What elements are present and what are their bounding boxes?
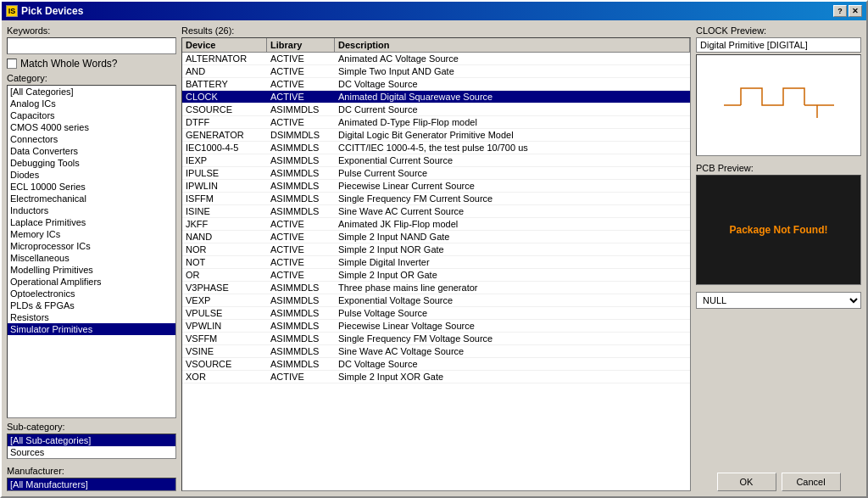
td-library: ACTIVE [267, 231, 335, 243]
subcategory-list-item[interactable]: Sources [8, 446, 175, 458]
td-device: XOR [182, 371, 267, 383]
match-whole-words-row: Match Whole Words? [7, 58, 176, 70]
table-row[interactable]: DTFFACTIVEAnimated D-Type Flip-Flop mode… [182, 116, 690, 129]
keywords-input[interactable] [7, 37, 176, 54]
td-device: NAND [182, 231, 267, 243]
table-row[interactable]: VSFFMASIMMDLSSingle Frequency FM Voltage… [182, 333, 690, 345]
table-row[interactable]: ALTERNATORACTIVEAnimated AC Voltage Sour… [182, 53, 690, 65]
td-device: VPWLIN [182, 320, 267, 332]
null-dropdown[interactable]: NULL [696, 292, 861, 309]
category-list-item[interactable]: Analog ICs [8, 98, 175, 109]
table-row[interactable]: VSOURCEASIMMDLSDC Voltage Source [182, 358, 690, 371]
td-description: Simple Digital Inverter [335, 256, 690, 268]
title-bar: IS Pick Devices ? ✕ [2, 2, 866, 20]
table-row[interactable]: IEXPASIMMDLSExponential Current Source [182, 154, 690, 167]
category-list-item[interactable]: ECL 10000 Series [8, 181, 175, 193]
table-row[interactable]: VPWLINASIMMDLSPiecewise Linear Voltage S… [182, 320, 690, 333]
right-panel: CLOCK Preview: Digital Primitive [DIGITA… [696, 25, 861, 491]
table-row[interactable]: IPULSEASIMMDLSPulse Current Source [182, 167, 690, 180]
td-device: BATTERY [182, 78, 267, 90]
td-library: ASIMMDLS [267, 282, 335, 294]
col-description[interactable]: Description [335, 38, 690, 52]
category-list-item[interactable]: Debugging Tools [8, 157, 175, 169]
close-button[interactable]: ✕ [849, 5, 862, 17]
table-row[interactable]: BATTERYACTIVEDC Voltage Source [182, 78, 690, 91]
table-row[interactable]: ORACTIVESimple 2 Input OR Gate [182, 269, 690, 282]
category-list-item[interactable]: Simulator Primitives [8, 323, 175, 335]
subcategory-group: Sub-category: [All Sub-categories]Source… [7, 422, 176, 459]
table-row[interactable]: VEXPASIMMDLSExponential Voltage Source [182, 294, 690, 307]
table-body: ALTERNATORACTIVEAnimated AC Voltage Sour… [182, 53, 690, 490]
ok-button[interactable]: OK [717, 473, 776, 491]
category-list-item[interactable]: Data Converters [8, 145, 175, 157]
table-row[interactable]: ISFFMASIMMDLSSingle Frequency FM Current… [182, 193, 690, 205]
td-device: IPULSE [182, 167, 267, 179]
td-library: ACTIVE [267, 243, 335, 255]
category-list-item[interactable]: Microprocessor ICs [8, 240, 175, 252]
bottom-buttons: OK Cancel [696, 469, 861, 491]
window-title: Pick Devices [21, 5, 83, 17]
category-list-item[interactable]: Optoelectronics [8, 288, 175, 299]
category-list-item[interactable]: PLDs & FPGAs [8, 299, 175, 311]
manufacturer-list[interactable]: [All Manufacturers] [7, 478, 176, 491]
col-library[interactable]: Library [267, 38, 335, 52]
table-row[interactable]: NANDACTIVESimple 2 Input NAND Gate [182, 231, 690, 243]
td-library: ACTIVE [267, 269, 335, 281]
table-row[interactable]: NOTACTIVESimple Digital Inverter [182, 256, 690, 269]
category-list-item[interactable]: Resistors [8, 311, 175, 323]
category-list-item[interactable]: Miscellaneous [8, 252, 175, 264]
manufacturer-list-item[interactable]: [All Manufacturers] [8, 478, 175, 490]
td-description: CCITT/IEC 1000-4-5, the test pulse 10/70… [335, 142, 690, 154]
table-row[interactable]: V3PHASEASIMMDLSThree phase mains line ge… [182, 282, 690, 294]
results-table: Device Library Description ALTERNATORACT… [181, 37, 691, 491]
table-row[interactable]: VSINEASIMMDLSSine Wave AC Voltage Source [182, 345, 690, 358]
category-list-item[interactable]: Electromechanical [8, 193, 175, 204]
help-button[interactable]: ? [833, 5, 847, 17]
td-description: Animated JK Flip-Flop model [335, 218, 690, 230]
table-row[interactable]: ANDACTIVESimple Two Input AND Gate [182, 65, 690, 78]
category-list-item[interactable]: Modelling Primitives [8, 264, 175, 276]
col-device[interactable]: Device [182, 38, 267, 52]
category-list-item[interactable]: Inductors [8, 204, 175, 216]
table-row[interactable]: CLOCKACTIVEAnimated Digital Squarewave S… [182, 91, 690, 104]
table-row[interactable]: IPWLINASIMMDLSPiecewise Linear Current S… [182, 180, 690, 193]
cancel-button[interactable]: Cancel [782, 473, 841, 491]
table-row[interactable]: CSOURCEASIMMDLSDC Current Source [182, 104, 690, 116]
td-description: Piecewise Linear Voltage Source [335, 320, 690, 332]
middle-panel: Results (26): Device Library Description… [181, 25, 691, 491]
pcb-preview-section: PCB Preview: Package Not Found! [696, 163, 861, 285]
category-list-item[interactable]: Laplace Primitives [8, 216, 175, 228]
table-row[interactable]: ISINEASIMMDLSSine Wave AC Current Source [182, 205, 690, 218]
pcb-preview-label: PCB Preview: [696, 163, 861, 173]
subcategory-list-item[interactable]: [All Sub-categories] [8, 434, 175, 446]
category-list-item[interactable]: CMOS 4000 series [8, 121, 175, 133]
category-list-item[interactable]: Connectors [8, 133, 175, 145]
td-library: ACTIVE [267, 78, 335, 90]
table-row[interactable]: NORACTIVESimple 2 Input NOR Gate [182, 243, 690, 256]
table-row[interactable]: JKFFACTIVEAnimated JK Flip-Flop model [182, 218, 690, 231]
subcategory-list[interactable]: [All Sub-categories]Sources [7, 434, 176, 459]
category-list-item[interactable]: Operational Amplifiers [8, 276, 175, 288]
td-device: VPULSE [182, 307, 267, 319]
match-whole-words-checkbox[interactable] [7, 59, 17, 69]
table-row[interactable]: IEC1000-4-5ASIMMDLSCCITT/IEC 1000-4-5, t… [182, 142, 690, 154]
table-row[interactable]: VPULSEASIMMDLSPulse Voltage Source [182, 307, 690, 320]
td-library: ASIMMDLS [267, 333, 335, 344]
td-device: V3PHASE [182, 282, 267, 294]
category-list-item[interactable]: Diodes [8, 169, 175, 181]
table-row[interactable]: GENERATORDSIMMDLSDigital Logic Bit Gener… [182, 129, 690, 142]
category-list-item[interactable]: [All Categories] [8, 86, 175, 98]
td-device: VSINE [182, 345, 267, 357]
td-library: ACTIVE [267, 256, 335, 268]
table-row[interactable]: XORACTIVESimple 2 Input XOR Gate [182, 371, 690, 383]
category-list[interactable]: [All Categories]Analog ICsCapacitorsCMOS… [7, 85, 176, 418]
td-device: VSFFM [182, 333, 267, 344]
td-device: NOT [182, 256, 267, 268]
category-list-item[interactable]: Capacitors [8, 109, 175, 121]
manufacturer-label: Manufacturer: [7, 466, 176, 476]
td-library: ACTIVE [267, 91, 335, 103]
category-list-item[interactable]: Memory ICs [8, 228, 175, 240]
match-whole-words-label: Match Whole Words? [20, 58, 118, 70]
td-library: ASIMMDLS [267, 167, 335, 179]
td-description: Animated Digital Squarewave Source [335, 91, 690, 103]
